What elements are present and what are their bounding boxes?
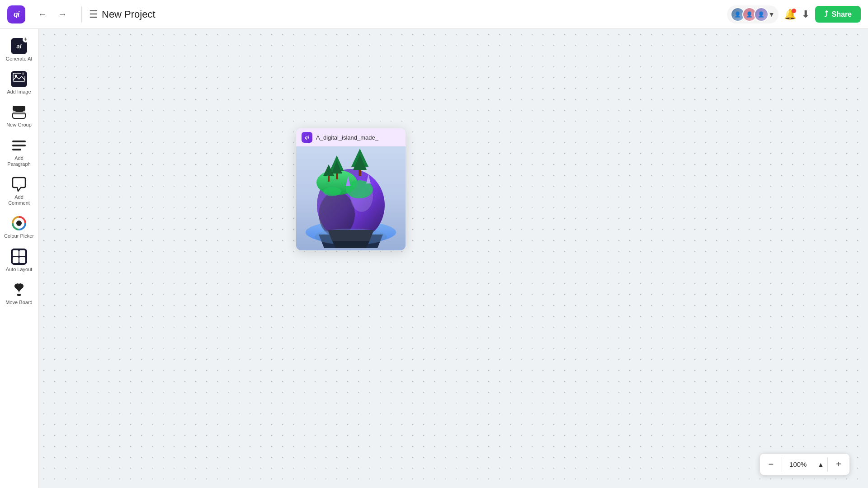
svg-rect-16 xyxy=(17,294,21,296)
hamburger-menu-button[interactable]: ☰ xyxy=(85,7,102,22)
sidebar-item-auto-layout[interactable]: Auto Layout xyxy=(2,245,36,276)
sidebar-item-move-board-label: Move Board xyxy=(5,300,32,305)
svg-text:+: + xyxy=(22,71,24,76)
svg-marker-37 xyxy=(328,230,374,241)
sidebar-item-add-comment-label: Add Comment xyxy=(4,194,34,206)
nav-divider xyxy=(81,6,82,23)
logo-icon: qi xyxy=(7,5,25,23)
notifications-button[interactable]: 🔔 xyxy=(784,9,796,20)
ai-plus-icon: + xyxy=(23,36,29,42)
sidebar-item-add-paragraph-label: Add Paragraph xyxy=(4,155,34,167)
canvas-card[interactable]: qi A_digital_island_made_ xyxy=(296,128,406,250)
add-comment-icon xyxy=(11,176,27,192)
share-button[interactable]: ⤴ Share xyxy=(815,6,861,23)
avatars-chevron-icon[interactable]: ▼ xyxy=(769,11,775,18)
svg-rect-15 xyxy=(19,257,25,263)
download-button[interactable]: ⬇ xyxy=(802,9,810,20)
svg-rect-13 xyxy=(19,250,25,256)
svg-point-35 xyxy=(323,187,341,196)
svg-point-10 xyxy=(16,221,22,226)
add-image-icon: + xyxy=(11,71,27,87)
avatar-3: 👤 xyxy=(754,7,769,22)
sidebar-item-new-group-label: New Group xyxy=(6,122,32,128)
logo-text: qi xyxy=(14,10,19,19)
sidebar-item-new-group[interactable]: New Group xyxy=(2,100,36,131)
share-label: Share xyxy=(832,10,852,19)
sidebar-item-generate-ai[interactable]: ai + Generate AI xyxy=(2,34,36,66)
svg-rect-12 xyxy=(13,250,19,256)
card-logo-icon: qi xyxy=(302,132,312,143)
header-right: 👤 👤 👤 ▼ 🔔 ⬇ ⤴ Share xyxy=(727,5,861,23)
sidebar-item-colour-picker[interactable]: Colour Picker xyxy=(2,211,36,243)
sidebar-item-add-paragraph[interactable]: Add Paragraph xyxy=(2,134,36,171)
zoom-in-button[interactable]: + xyxy=(828,454,849,475)
project-title: New Project xyxy=(102,9,727,20)
logo[interactable]: qi xyxy=(7,5,25,23)
sidebar-item-add-comment[interactable]: Add Comment xyxy=(2,173,36,210)
download-icon: ⬇ xyxy=(802,9,810,20)
sidebar-item-colour-picker-label: Colour Picker xyxy=(4,233,34,239)
island-svg xyxy=(296,146,406,250)
zoom-value: 100% xyxy=(782,455,814,474)
back-button[interactable]: ← xyxy=(34,7,51,21)
card-title: A_digital_island_made_ xyxy=(316,134,378,141)
generate-ai-icon: ai + xyxy=(11,38,27,54)
sidebar-item-add-image-label: Add Image xyxy=(7,89,31,95)
svg-rect-14 xyxy=(13,257,19,263)
zoom-controls: − 100% ▲ + xyxy=(760,453,850,475)
sidebar-item-move-board[interactable]: Move Board xyxy=(2,278,36,309)
move-board-icon xyxy=(11,282,27,298)
share-icon: ⤴ xyxy=(824,9,828,19)
svg-rect-8 xyxy=(12,149,21,150)
notification-badge xyxy=(792,9,796,13)
colour-picker-icon xyxy=(11,215,27,231)
zoom-up-button[interactable]: ▲ xyxy=(814,455,827,474)
collaborators-avatars[interactable]: 👤 👤 👤 ▼ xyxy=(727,5,778,23)
svg-rect-7 xyxy=(12,145,26,146)
navigation-arrows: ← → xyxy=(34,7,71,21)
header: qi ← → ☰ New Project 👤 👤 👤 ▼ 🔔 ⬇ ⤴ Share xyxy=(0,0,868,29)
sidebar: ai + Generate AI + Add Image xyxy=(0,29,38,488)
sidebar-item-generate-ai-label: Generate AI xyxy=(6,56,33,62)
new-group-icon xyxy=(11,104,27,120)
card-header: qi A_digital_island_made_ xyxy=(296,128,406,146)
forward-button[interactable]: → xyxy=(54,7,71,21)
sidebar-item-auto-layout-label: Auto Layout xyxy=(6,267,33,272)
sidebar-item-add-image[interactable]: + Add Image xyxy=(2,67,36,99)
svg-marker-38 xyxy=(332,241,369,248)
auto-layout-icon xyxy=(11,249,27,265)
zoom-out-button[interactable]: − xyxy=(760,454,782,475)
add-paragraph-icon xyxy=(11,137,27,154)
canvas[interactable]: qi A_digital_island_made_ xyxy=(38,29,868,488)
card-image xyxy=(296,146,406,250)
svg-rect-6 xyxy=(12,141,26,142)
